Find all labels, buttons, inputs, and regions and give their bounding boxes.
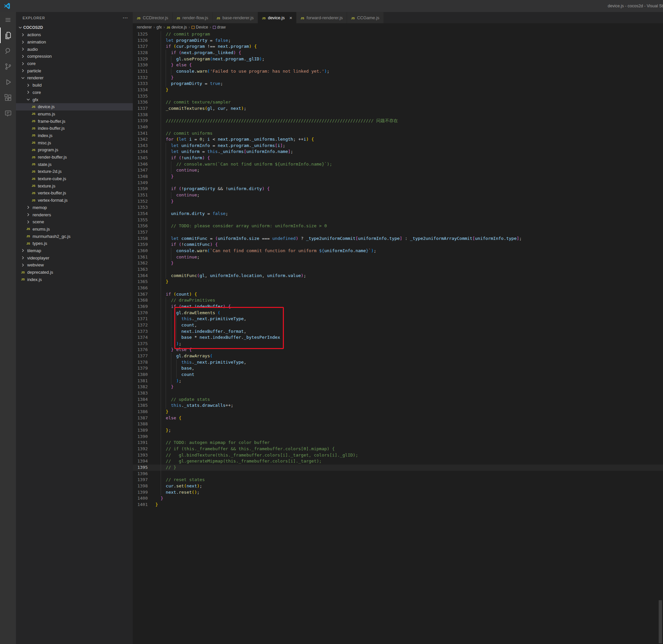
code-line-1350[interactable]: 1350 if (!programDirty && !uniform.dirty… [133,186,663,192]
code-line-1354[interactable]: 1354 uniform.dirty = false; [133,211,663,217]
line-number[interactable]: 1345 [133,155,148,161]
line-number[interactable]: 1341 [133,131,148,137]
tree-item-misc.js[interactable]: JSmisc.js [16,139,133,146]
line-number[interactable]: 1371 [133,316,148,322]
code-line-1356[interactable]: 1356 // TODO: please consider array unif… [133,223,663,229]
activity-chat-panel-icon[interactable] [0,106,16,121]
activity-extensions-icon[interactable] [0,90,16,106]
code-line-1353[interactable]: 1353 [133,204,663,211]
breadcrumb-item-Device[interactable]: Device [192,25,208,29]
code-line-1351[interactable]: 1351 continue; [133,192,663,199]
line-number[interactable]: 1369 [133,304,148,310]
tree-item-frame-buffer.js[interactable]: JSframe-buffer.js [16,117,133,125]
code-line-1347[interactable]: 1347 continue; [133,167,663,174]
tree-item-memop[interactable]: memop [16,204,133,211]
code-line-1330[interactable]: 1330 } else { [133,62,663,68]
chevron-right-icon[interactable] [20,68,26,73]
code-line-1365[interactable]: 1365 } [133,279,663,285]
code-line-1367[interactable]: 1367 if (count) { [133,291,663,298]
code-line-1334[interactable]: 1334 } [133,87,663,93]
code-line-1364[interactable]: 1364 commitFunc(gl, uniformInfo.location… [133,273,663,279]
line-number[interactable]: 1388 [133,421,148,427]
code-line-1380[interactable]: 1380 count [133,372,663,378]
tree-item-texture-2d.js[interactable]: JStexture-2d.js [16,168,133,175]
line-number[interactable]: 1372 [133,322,148,328]
code-line-1394[interactable]: 1394 // gl.generateMipmap(this._framebuf… [133,458,663,464]
line-number[interactable]: 1385 [133,402,148,409]
tree-item-enums.js[interactable]: JSenums.js [16,226,133,233]
line-number[interactable]: 1353 [133,204,148,211]
code-line-1392[interactable]: 1392 // if (this._framebuffer && this._f… [133,446,663,452]
tree-item-enums.js[interactable]: JSenums.js [16,111,133,118]
line-number[interactable]: 1398 [133,483,148,489]
code-line-1352[interactable]: 1352 } [133,199,663,205]
code-line-1391[interactable]: 1391 // TODO: autogen mipmap for color b… [133,440,663,446]
line-number[interactable]: 1327 [133,44,148,50]
code-line-1385[interactable]: 1385 this._stats.drawcalls++; [133,402,663,409]
code-line-1401[interactable]: 1401} [133,502,663,508]
line-number[interactable]: 1360 [133,248,148,254]
code-line-1400[interactable]: 1400 } [133,496,663,502]
code-line-1373[interactable]: 1373 next.indexBuffer._format, [133,328,663,335]
tree-item-tilemap[interactable]: tilemap [16,247,133,254]
chevron-right-icon[interactable] [25,90,31,95]
more-actions-icon[interactable]: ⋯ [123,15,128,21]
tree-item-renderer[interactable]: renderer [16,74,133,82]
breadcrumb-item-device.js[interactable]: JSdevice.js [166,25,187,29]
line-number[interactable]: 1393 [133,452,148,459]
tab-render-flow.js[interactable]: JSrender-flow.js [173,12,213,23]
editor-scrollbar-thumb[interactable] [659,600,662,643]
chevron-down-icon[interactable] [25,97,31,102]
tree-item-core[interactable]: core [16,60,133,67]
code-line-1390[interactable]: 1390 [133,434,663,440]
line-number[interactable]: 1336 [133,99,148,106]
code-line-1358[interactable]: 1358 let commitFunc = (uniformInfo.size … [133,235,663,242]
code-line-1335[interactable]: 1335 [133,93,663,99]
line-number[interactable]: 1347 [133,167,148,174]
chevron-down-icon[interactable] [17,25,23,30]
line-number[interactable]: 1346 [133,161,148,167]
chevron-right-icon[interactable] [20,46,26,52]
code-line-1336[interactable]: 1336 // commit texture/sampler [133,99,663,106]
code-line-1370[interactable]: 1370 gl.drawElements ( [133,310,663,316]
line-number[interactable]: 1378 [133,359,148,366]
code-line-1387[interactable]: 1387 else { [133,415,663,421]
line-number[interactable]: 1400 [133,496,148,502]
tree-item-index-buffer.js[interactable]: JSindex-buffer.js [16,125,133,132]
code-line-1383[interactable]: 1383 [133,390,663,396]
line-number[interactable]: 1329 [133,56,148,62]
tree-item-scene[interactable]: scene [16,218,133,226]
tree-item-vertex-format.js[interactable]: JSvertex-format.js [16,197,133,204]
line-number[interactable]: 1390 [133,434,148,440]
chevron-down-icon[interactable] [20,75,26,80]
tree-item-murmurhash2_gc.js[interactable]: JSmurmurhash2_gc.js [16,233,133,240]
line-number[interactable]: 1352 [133,199,148,205]
code-line-1388[interactable]: 1388 [133,421,663,427]
tree-item-device.js[interactable]: JSdevice.js [16,103,133,111]
tree-item-webview[interactable]: webview [16,261,133,269]
line-number[interactable]: 1364 [133,273,148,279]
code-line-1337[interactable]: 1337 _commitTextures(gl, cur, next); [133,106,663,112]
line-number[interactable]: 1355 [133,217,148,223]
line-number[interactable]: 1325 [133,31,148,38]
line-number[interactable]: 1330 [133,62,148,68]
code-line-1379[interactable]: 1379 base, [133,365,663,372]
line-number[interactable]: 1379 [133,365,148,372]
line-number[interactable]: 1383 [133,390,148,396]
chevron-right-icon[interactable] [20,248,26,253]
activity-menu-icon[interactable] [0,12,16,27]
code-line-1377[interactable]: 1377 gl.drawArrays( [133,353,663,359]
code-line-1349[interactable]: 1349 [133,180,663,186]
line-number[interactable]: 1354 [133,211,148,217]
line-number[interactable]: 1396 [133,471,148,477]
line-number[interactable]: 1401 [133,502,148,508]
tree-item-core[interactable]: core [16,89,133,96]
code-line-1338[interactable]: 1338 [133,112,663,118]
code-line-1340[interactable]: 1340 [133,124,663,131]
line-number[interactable]: 1370 [133,310,148,316]
code-line-1344[interactable]: 1344 let uniform = this._uniforms[unifor… [133,148,663,155]
line-number[interactable]: 1349 [133,180,148,186]
code-line-1381[interactable]: 1381 ); [133,378,663,384]
code-line-1371[interactable]: 1371 this._next.primitiveType, [133,316,663,322]
line-number[interactable]: 1384 [133,396,148,403]
